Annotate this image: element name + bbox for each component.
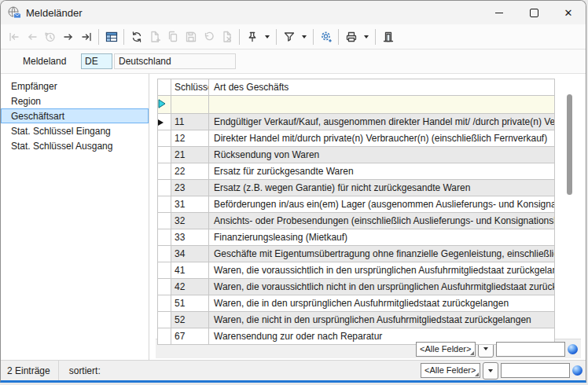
- exit-button[interactable]: [379, 28, 397, 46]
- sidebar-list: EmpfängerRegionGeschäftsartStat. Schlüss…: [1, 74, 149, 360]
- sidebar-item-stat-schluessel-eingang[interactable]: Stat. Schlüssel Eingang: [1, 123, 149, 138]
- cell-art-des-geschaefts[interactable]: Ansichts- oder Probesendungen (einschlie…: [209, 213, 555, 229]
- row-selector[interactable]: [158, 328, 171, 345]
- print-dropdown-button[interactable]: [360, 28, 372, 46]
- table-search-input[interactable]: [496, 342, 565, 357]
- cell-art-des-geschaefts[interactable]: Beförderungen in/aus ein(em) Lager (ausg…: [209, 196, 555, 213]
- filter-cell-art[interactable]: [209, 96, 555, 114]
- cell-art-des-geschaefts[interactable]: Waren, die in den ursprünglichen Ausfuhr…: [209, 295, 555, 312]
- table-row: 31Beförderungen in/aus ein(em) Lager (au…: [158, 196, 555, 213]
- cell-art-des-geschaefts[interactable]: Endgültiger Verkauf/Kauf, ausgenommen di…: [209, 114, 555, 130]
- field-selector-combo[interactable]: <Alle Felder>: [416, 342, 476, 357]
- settings-add-button[interactable]: [317, 28, 335, 46]
- column-header-schluessel[interactable]: Schlüssel: [171, 79, 209, 96]
- close-button[interactable]: ✕: [551, 1, 586, 24]
- app-window: Meldeländer ✕: [0, 0, 586, 383]
- sidebar-item-geschaeftsart[interactable]: Geschäftsart: [1, 108, 149, 123]
- row-selector[interactable]: [158, 147, 171, 163]
- filter-row[interactable]: [158, 96, 555, 114]
- undo-button[interactable]: [200, 28, 218, 46]
- row-selector[interactable]: [158, 262, 171, 279]
- delete-record-button[interactable]: [218, 28, 236, 46]
- sidebar-item-region[interactable]: Region: [1, 94, 149, 108]
- filter-button[interactable]: [280, 28, 298, 46]
- cell-art-des-geschaefts[interactable]: Rücksendung von Waren: [209, 147, 555, 163]
- status-search-input[interactable]: [501, 363, 570, 378]
- new-record-button[interactable]: [145, 28, 164, 46]
- cell-schluessel[interactable]: 22: [171, 163, 209, 180]
- row-selector[interactable]: [158, 229, 171, 246]
- row-selector[interactable]: [158, 279, 171, 295]
- last-record-button[interactable]: [77, 28, 95, 46]
- row-selector[interactable]: [158, 196, 171, 213]
- vertical-scrollbar-thumb[interactable]: [567, 94, 572, 195]
- previous-record-button[interactable]: [23, 28, 41, 46]
- status-field-selector-dropdown-button[interactable]: [483, 362, 498, 380]
- refresh-button[interactable]: [127, 28, 145, 46]
- cell-schluessel[interactable]: 33: [171, 229, 209, 246]
- cell-schluessel[interactable]: 31: [171, 196, 209, 213]
- row-selector[interactable]: [158, 312, 171, 328]
- cell-art-des-geschaefts[interactable]: Ersatz (z.B. wegen Garantie) für nicht z…: [209, 180, 555, 196]
- title-bar: Meldeländer ✕: [1, 1, 586, 24]
- row-selector[interactable]: [158, 130, 171, 147]
- table-view-button[interactable]: [102, 28, 120, 46]
- cell-art-des-geschaefts[interactable]: Geschäfte mit Eigentumsübertragung ohne …: [209, 246, 555, 262]
- filter-dropdown-button[interactable]: [298, 28, 310, 46]
- chevron-down-icon: [302, 35, 307, 38]
- meldeland-country-field: Deutschland: [114, 53, 236, 69]
- column-header-art-des-geschaefts[interactable]: Art des Geschäfts: [209, 79, 555, 96]
- entry-count: 2 Einträge: [1, 361, 59, 380]
- print-button[interactable]: [342, 28, 360, 46]
- cell-schluessel[interactable]: 12: [171, 130, 209, 147]
- minimize-button[interactable]: [482, 1, 516, 24]
- pin-dropdown-button[interactable]: [261, 28, 273, 46]
- cell-schluessel[interactable]: 11: [171, 114, 209, 130]
- sidebar-item-empfaenger[interactable]: Empfänger: [1, 79, 149, 94]
- toolbar-separator: [276, 29, 277, 45]
- save-record-button[interactable]: [182, 28, 200, 46]
- sidebar-item-stat-schluessel-ausgang[interactable]: Stat. Schlüssel Ausgang: [1, 138, 149, 153]
- cell-art-des-geschaefts[interactable]: Finanzierungsleasing (Mietkauf): [209, 229, 555, 246]
- first-record-button[interactable]: [5, 28, 23, 46]
- maximize-button[interactable]: [516, 1, 551, 24]
- row-selector[interactable]: [158, 246, 171, 262]
- globe-mail-icon: [7, 6, 21, 20]
- undo-icon: [202, 30, 216, 44]
- cell-schluessel[interactable]: 42: [171, 279, 209, 295]
- cell-schluessel[interactable]: 41: [171, 262, 209, 279]
- chevron-down-icon: [483, 347, 488, 350]
- next-record-button[interactable]: [59, 28, 77, 46]
- cell-art-des-geschaefts[interactable]: Ersatz für zurückgesandte Waren: [209, 163, 555, 180]
- meldeland-code-field[interactable]: [81, 53, 112, 69]
- cell-schluessel[interactable]: 23: [171, 180, 209, 196]
- current-row-indicator[interactable]: [158, 114, 171, 130]
- toolbar-separator: [98, 29, 99, 45]
- table-row: 23Ersatz (z.B. wegen Garantie) für nicht…: [158, 180, 555, 196]
- cell-schluessel[interactable]: 34: [171, 246, 209, 262]
- cell-art-des-geschaefts[interactable]: Waren, die nicht in den ursprünglichen A…: [209, 312, 555, 328]
- cell-schluessel[interactable]: 67: [171, 328, 209, 345]
- table-row: 41Waren, die voraussichtlich in den ursp…: [158, 262, 555, 279]
- row-selector[interactable]: [158, 295, 171, 312]
- table-row: 67Warensendung zur oder nach Reparatur: [158, 328, 555, 345]
- status-field-selector-combo[interactable]: <Alle Felder>: [421, 363, 480, 378]
- copy-record-button[interactable]: [164, 28, 182, 46]
- row-selector[interactable]: [158, 213, 171, 229]
- cell-schluessel[interactable]: 51: [171, 295, 209, 312]
- refresh-icon: [130, 30, 144, 44]
- search-globe-icon[interactable]: [572, 365, 582, 376]
- history-button[interactable]: [41, 28, 59, 46]
- cell-art-des-geschaefts[interactable]: Direkter Handel mit/durch private(n) Ver…: [209, 130, 555, 147]
- cell-art-des-geschaefts[interactable]: Waren, die voraussichtlich in den ursprü…: [209, 262, 555, 279]
- row-selector[interactable]: [158, 163, 171, 180]
- cell-schluessel[interactable]: 32: [171, 213, 209, 229]
- pin-button[interactable]: [243, 28, 261, 46]
- cell-schluessel[interactable]: 21: [171, 147, 209, 163]
- search-globe-icon[interactable]: [568, 344, 578, 354]
- cell-schluessel[interactable]: 52: [171, 312, 209, 328]
- filter-cell-schluessel[interactable]: [171, 96, 209, 114]
- delete-record-icon: [220, 30, 234, 44]
- cell-art-des-geschaefts[interactable]: Waren, die voraussichtlich nicht in den …: [209, 279, 555, 295]
- row-selector[interactable]: [158, 180, 171, 196]
